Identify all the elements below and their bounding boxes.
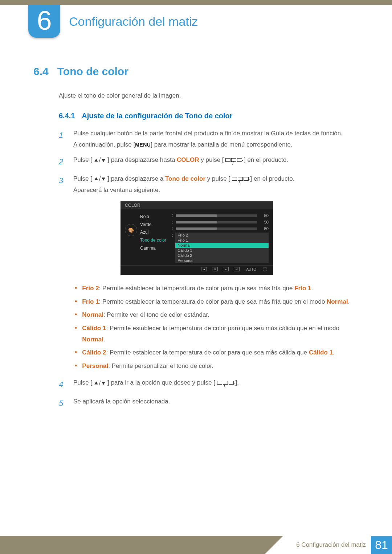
text: Pulse [	[73, 379, 92, 386]
step-text: Pulse [ / ] para desplazarse hasta COLOR…	[73, 155, 360, 169]
section-intro: Ajuste el tono de color general de la im…	[59, 92, 360, 99]
section-heading: 6.4 Tono de color	[33, 65, 360, 78]
text: ].	[235, 379, 238, 386]
svg-marker-3	[102, 178, 106, 181]
text: ] para ir a la opción que desee y pulse …	[107, 379, 215, 386]
term: Cálido 1	[82, 325, 106, 332]
step-5: 5 Se aplicará la opción seleccionada.	[59, 396, 360, 411]
bullet-icon: •	[75, 296, 77, 308]
osd-option-frio2: Frío 2	[175, 233, 269, 238]
text: Pulse [	[73, 156, 92, 163]
highlight-tono: Tono de color	[165, 175, 205, 182]
subsection-heading: 6.4.1 Ajuste de la configuración de Tono…	[59, 112, 360, 120]
step-number: 2	[59, 155, 67, 169]
step-text: Pulse [ / ] para desplazarse a Tono de c…	[73, 173, 360, 196]
text: y pulse [	[201, 156, 224, 163]
term: Frío 1	[294, 285, 311, 292]
bullet-icon: •	[75, 283, 77, 294]
text: : Permite establecer la temperatura de c…	[99, 285, 295, 292]
svg-marker-4	[94, 381, 98, 384]
svg-marker-1	[102, 159, 106, 162]
step-number: 1	[59, 128, 67, 150]
term: Personal	[82, 362, 108, 369]
osd-option-calido1: Cálido 1	[175, 248, 269, 253]
text: Aparecerá la ventana siguiente.	[73, 186, 160, 193]
osd-back-icon: ◄	[201, 267, 207, 271]
text: : Permite ver el tono de color estándar.	[103, 311, 209, 318]
step-4: 4 Pulse [ / ] para ir a la opción que de…	[59, 377, 360, 392]
osd-label-azul: Azul	[140, 229, 168, 237]
bullet-icon: •	[75, 309, 77, 321]
osd-down-icon: ▼	[212, 267, 218, 271]
option-descriptions: •Frío 2: Permite establecer la temperatu…	[75, 283, 360, 372]
step-1-post: ] para mostrar la pantalla de menú corre…	[151, 141, 292, 148]
text: .	[311, 285, 313, 292]
top-bar	[0, 0, 392, 5]
term: Cálido 1	[309, 349, 333, 356]
osd-option-frio1: Frío 1	[175, 238, 269, 243]
osd-title: COLOR	[121, 201, 273, 209]
step-1: 1 Pulse cualquier botón de la parte fron…	[59, 128, 360, 150]
step-text: Se aplicará la opción seleccionada.	[73, 396, 360, 411]
term: Cálido 2	[82, 349, 106, 356]
text: : Permite personalizar el tono de color.	[108, 362, 213, 369]
source-enter-icon: /	[217, 381, 234, 385]
text: ] en el producto.	[250, 175, 295, 182]
osd-option-normal: Normal	[175, 243, 269, 248]
bullet-icon: •	[75, 347, 77, 358]
text: .	[333, 349, 335, 356]
osd-up-icon: ▲	[223, 267, 229, 271]
osd-label-verde: Verde	[140, 221, 168, 229]
step-number: 5	[59, 396, 67, 411]
osd-footer-buttons: ◄ ▼ ▲ ↵ AUTO	[121, 265, 273, 273]
footer-chapter-label: 6 Configuración del matiz	[296, 541, 371, 549]
text: .	[348, 298, 350, 305]
menu-button-label: MENU	[135, 142, 151, 148]
text: : Permite establecer la temperatura de c…	[106, 325, 339, 332]
term: Normal	[327, 298, 348, 305]
term: Frío 1	[82, 298, 99, 305]
step-2: 2 Pulse [ / ] para desplazarse hasta COL…	[59, 155, 360, 169]
section-number: 6.4	[33, 65, 49, 78]
svg-marker-2	[94, 177, 98, 180]
text: y pulse [	[207, 175, 230, 182]
page-footer: 6 Configuración del matiz 81	[0, 536, 392, 554]
step-text: Pulse [ / ] para ir a la opción que dese…	[73, 377, 360, 392]
text: ] para desplazarse hasta	[107, 156, 177, 163]
step-1-line1: Pulse cualquier botón de la parte fronta…	[73, 130, 343, 137]
osd-auto-label: AUTO	[245, 267, 258, 271]
osd-label-rojo: Rojo	[140, 213, 168, 221]
step-3: 3 Pulse [ / ] para desplazarse a Tono de…	[59, 173, 360, 196]
text: Pulse [	[73, 175, 92, 182]
subsection-number: 6.4.1	[59, 112, 75, 120]
svg-marker-5	[102, 382, 106, 385]
palette-icon: 🎨	[125, 224, 137, 236]
step-number: 3	[59, 173, 67, 196]
bullet-icon: •	[75, 323, 77, 345]
osd-value-verde: 50	[260, 220, 269, 224]
svg-marker-0	[94, 159, 98, 161]
step-text: Pulse cualquier botón de la parte fronta…	[73, 128, 360, 150]
text: ] para desplazarse a	[107, 175, 165, 182]
page-number: 81	[371, 536, 392, 554]
osd-enter-icon: ↵	[234, 267, 240, 271]
text: : Permite establecer la temperatura de c…	[106, 349, 309, 356]
subsection-title: Ajuste de la configuración de Tono de co…	[82, 112, 232, 120]
osd-power-icon	[263, 267, 267, 271]
up-down-arrow-icon: /	[94, 155, 106, 166]
osd-screenshot: COLOR 🎨 Rojo Verde Azul Tono de color Ga…	[121, 201, 273, 275]
term: Normal	[82, 336, 103, 343]
up-down-arrow-icon: /	[94, 173, 106, 185]
text: ] en el producto.	[244, 156, 288, 163]
highlight-color: COLOR	[177, 156, 199, 163]
chapter-title: Configuración del matiz	[69, 15, 198, 29]
osd-label-gamma: Gamma	[140, 245, 168, 253]
source-enter-icon: /	[232, 177, 249, 181]
text: : Permite establecer la temperatura de c…	[99, 298, 327, 305]
step-number: 4	[59, 377, 67, 392]
term: Normal	[82, 311, 103, 318]
osd-option-calido2: Cálido 2	[175, 253, 269, 258]
section-title: Tono de color	[57, 65, 128, 78]
osd-option-personal: Personal	[175, 258, 269, 263]
text: .	[103, 336, 105, 343]
